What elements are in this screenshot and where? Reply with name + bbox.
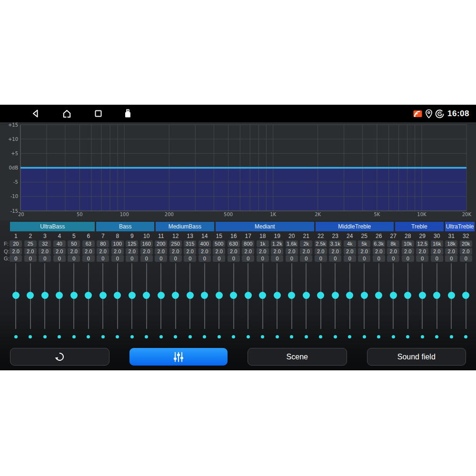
gain-slider[interactable] bbox=[415, 263, 430, 329]
slider-thumb[interactable] bbox=[317, 292, 324, 299]
slider-thumb[interactable] bbox=[375, 292, 382, 299]
scene-button[interactable]: Scene bbox=[248, 348, 347, 366]
slider-thumb[interactable] bbox=[129, 292, 136, 299]
sound-field-button[interactable]: Sound field bbox=[367, 348, 466, 366]
gain-slider[interactable] bbox=[401, 263, 416, 329]
gain-slider[interactable] bbox=[96, 263, 110, 329]
gain-slider[interactable] bbox=[227, 263, 241, 329]
slider-thumb[interactable] bbox=[462, 292, 469, 299]
band-gain-value: 0 bbox=[24, 255, 37, 262]
band-group-bass[interactable]: Bass bbox=[96, 222, 154, 231]
slider-thumb[interactable] bbox=[433, 292, 440, 299]
gain-slider[interactable] bbox=[270, 263, 285, 329]
band-gain-value: 0 bbox=[242, 255, 254, 262]
band-gain-value: 0 bbox=[126, 255, 138, 262]
reset-button[interactable] bbox=[10, 348, 109, 366]
slider-thumb[interactable] bbox=[361, 292, 368, 299]
band-gain-value: 0 bbox=[416, 255, 428, 262]
slider-thumb[interactable] bbox=[172, 292, 179, 299]
band-q-value: 2.0 bbox=[68, 248, 80, 255]
slider-thumb[interactable] bbox=[216, 292, 223, 299]
band-indicator-dot bbox=[435, 335, 438, 338]
gain-slider[interactable] bbox=[183, 263, 198, 329]
slider-thumb[interactable] bbox=[12, 292, 20, 299]
band-group-ultrabass[interactable]: UltraBass bbox=[10, 222, 95, 231]
gain-slider[interactable] bbox=[38, 263, 52, 329]
band-indicator-dot bbox=[58, 335, 61, 338]
gain-slider[interactable] bbox=[343, 263, 357, 329]
gain-slider[interactable] bbox=[212, 263, 227, 329]
band-indicator-dot bbox=[116, 335, 119, 338]
gain-slider[interactable] bbox=[81, 263, 96, 329]
equalizer-button[interactable] bbox=[129, 348, 228, 366]
gain-slider[interactable] bbox=[328, 263, 343, 329]
band-q-value: 2.0 bbox=[445, 248, 457, 255]
gain-slider[interactable] bbox=[459, 263, 474, 329]
recents-icon[interactable] bbox=[92, 108, 104, 119]
slider-thumb[interactable] bbox=[245, 292, 252, 299]
slider-thumb[interactable] bbox=[158, 292, 165, 299]
gain-slider[interactable] bbox=[430, 263, 445, 329]
slider-thumb[interactable] bbox=[303, 292, 310, 299]
gain-slider[interactable] bbox=[285, 263, 299, 329]
slider-thumb[interactable] bbox=[70, 292, 78, 299]
slider-thumb[interactable] bbox=[288, 292, 295, 299]
gain-slider[interactable] bbox=[372, 263, 387, 329]
slider-thumb[interactable] bbox=[41, 292, 49, 299]
gain-slider[interactable] bbox=[154, 263, 169, 329]
gain-slider[interactable] bbox=[299, 263, 314, 329]
slider-thumb[interactable] bbox=[56, 292, 63, 299]
gain-slider[interactable] bbox=[110, 263, 125, 329]
slider-thumb[interactable] bbox=[448, 292, 455, 299]
band-gain-value: 0 bbox=[286, 255, 298, 262]
band-group-treble[interactable]: Treble bbox=[395, 222, 444, 231]
slider-thumb[interactable] bbox=[390, 292, 397, 299]
band-group-ultratreble[interactable]: UltraTreble bbox=[445, 222, 475, 231]
slider-thumb[interactable] bbox=[187, 292, 194, 299]
slider-thumb[interactable] bbox=[27, 292, 34, 299]
band-groups-row: UltraBassBassMediumBassMediantMiddleTreb… bbox=[10, 222, 475, 231]
slider-thumb[interactable] bbox=[346, 292, 353, 299]
slider-thumb[interactable] bbox=[274, 292, 281, 299]
gain-slider[interactable] bbox=[52, 263, 67, 329]
band-gain-value: 0 bbox=[344, 255, 356, 262]
band-frequency-value: 63 bbox=[82, 240, 95, 247]
gain-slider[interactable] bbox=[139, 263, 154, 329]
gain-slider[interactable] bbox=[386, 263, 401, 329]
gain-slider[interactable] bbox=[23, 263, 38, 329]
slider-thumb[interactable] bbox=[404, 292, 411, 299]
gain-slider[interactable] bbox=[198, 263, 212, 329]
slider-thumb[interactable] bbox=[99, 292, 107, 299]
slider-thumb[interactable] bbox=[332, 292, 339, 299]
band-gain-value: 0 bbox=[82, 255, 95, 262]
home-icon[interactable] bbox=[61, 108, 73, 119]
slider-thumb[interactable] bbox=[259, 292, 266, 299]
gain-slider[interactable] bbox=[169, 263, 183, 329]
gain-slider[interactable] bbox=[9, 263, 23, 329]
slider-thumb[interactable] bbox=[230, 292, 237, 299]
band-number: 21 bbox=[299, 232, 314, 239]
gain-slider[interactable] bbox=[241, 263, 256, 329]
gain-slider[interactable] bbox=[256, 263, 270, 329]
slider-thumb[interactable] bbox=[201, 292, 208, 299]
back-icon[interactable] bbox=[30, 108, 41, 119]
band-number: 11 bbox=[154, 232, 169, 239]
usb-device-icon[interactable] bbox=[122, 108, 134, 119]
slider-thumb[interactable] bbox=[114, 292, 121, 299]
band-q-value: 2.0 bbox=[10, 248, 22, 255]
gain-slider[interactable] bbox=[314, 263, 328, 329]
band-q-value: 2.0 bbox=[387, 248, 399, 255]
band-frequency-value: 5k bbox=[358, 240, 370, 247]
gain-slider[interactable] bbox=[357, 263, 372, 329]
band-group-middletreble[interactable]: MiddleTreble bbox=[316, 222, 393, 231]
gain-slider[interactable] bbox=[67, 263, 81, 329]
band-q-value: 2.0 bbox=[198, 248, 211, 255]
slider-thumb[interactable] bbox=[143, 292, 150, 299]
gain-slider[interactable] bbox=[125, 263, 139, 329]
gain-slider[interactable] bbox=[444, 263, 459, 329]
slider-thumb[interactable] bbox=[85, 292, 92, 299]
band-group-mediant[interactable]: Mediant bbox=[216, 222, 314, 231]
slider-thumb[interactable] bbox=[419, 292, 426, 299]
band-group-mediumbass[interactable]: MediumBass bbox=[156, 222, 214, 231]
band-indicator-dot bbox=[43, 335, 47, 338]
